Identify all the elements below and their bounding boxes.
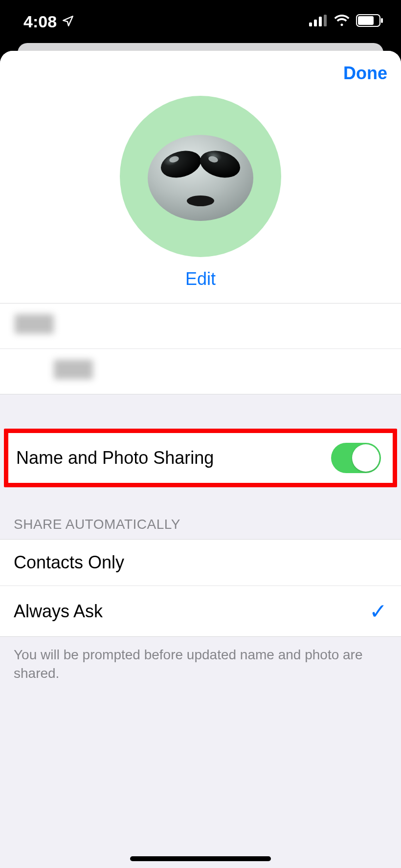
option-always-ask[interactable]: Always Ask ✓ [0, 586, 401, 636]
svg-rect-0 [309, 22, 312, 26]
name-photo-sharing-toggle[interactable] [331, 443, 381, 473]
edit-avatar-button[interactable]: Edit [185, 269, 216, 289]
first-name-field[interactable] [0, 304, 401, 349]
name-section [0, 303, 401, 394]
first-name-value [15, 314, 54, 334]
svg-rect-5 [358, 16, 374, 25]
wifi-icon [334, 15, 350, 28]
svg-rect-1 [314, 20, 317, 26]
option-label: Always Ask [14, 601, 103, 622]
option-contacts-only[interactable]: Contacts Only [0, 540, 401, 586]
share-auto-footer: You will be prompted before updated name… [0, 637, 401, 692]
nav-bar: Done [0, 51, 401, 96]
svg-rect-6 [381, 18, 383, 23]
last-name-value [54, 360, 93, 379]
checkmark-icon: ✓ [369, 599, 387, 624]
done-button[interactable]: Done [343, 63, 387, 84]
svg-rect-2 [319, 17, 322, 26]
svg-rect-3 [324, 15, 327, 26]
name-photo-sharing-row[interactable]: Name and Photo Sharing [8, 433, 393, 483]
status-bar: 4:08 [0, 0, 401, 43]
svg-point-7 [148, 135, 253, 221]
option-label: Contacts Only [14, 552, 124, 573]
svg-point-12 [187, 195, 214, 206]
highlight-frame: Name and Photo Sharing [4, 429, 397, 487]
avatar[interactable] [120, 96, 281, 257]
settings-sheet: Done [0, 51, 401, 868]
cellular-signal-icon [309, 15, 328, 28]
status-time-block: 4:08 [23, 12, 74, 31]
alien-memoji-icon [147, 125, 254, 228]
status-right [309, 14, 383, 29]
share-auto-options: Contacts Only Always Ask ✓ [0, 539, 401, 637]
avatar-block: Edit [0, 96, 401, 303]
location-arrow-icon [62, 12, 74, 31]
home-indicator[interactable] [130, 856, 271, 861]
share-auto-header: SHARE AUTOMATICALLY [0, 487, 401, 539]
name-photo-sharing-label: Name and Photo Sharing [16, 448, 214, 468]
battery-icon [356, 14, 383, 29]
status-time: 4:08 [23, 12, 57, 31]
last-name-field[interactable] [54, 349, 401, 394]
